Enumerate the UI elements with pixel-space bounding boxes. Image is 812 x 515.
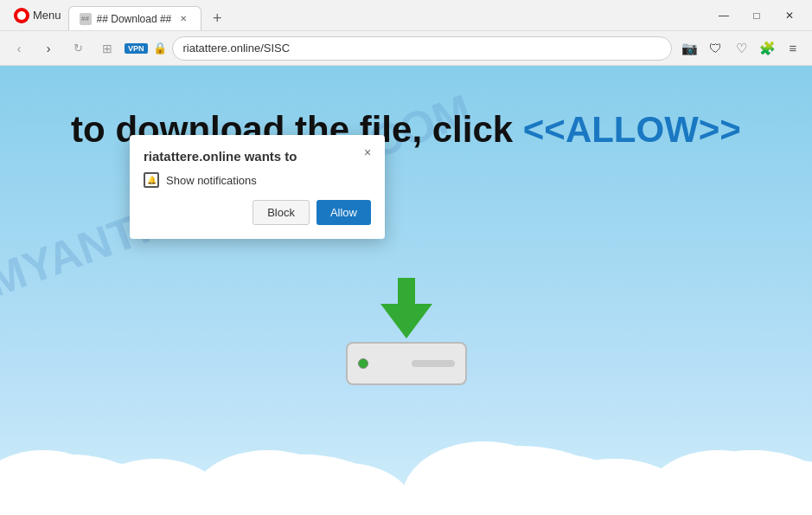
opera-menu-button[interactable]: Menu [7, 4, 68, 27]
popup-notification-row: 🔔 Show notifications [144, 172, 371, 188]
drive-slot [412, 360, 455, 367]
grid-button[interactable]: ⊞ [95, 36, 119, 61]
url-text: riatattere.online/SISC [183, 42, 291, 55]
main-text-highlight: <<ALLOW>> [523, 109, 741, 150]
drive-led [358, 358, 368, 369]
close-button[interactable]: ✕ [774, 0, 805, 31]
forward-button[interactable]: › [36, 36, 61, 61]
arrow-stem [398, 278, 415, 304]
popup-actions: Block Allow [144, 200, 371, 225]
toolbar-icons: 📷 🛡 ♡ 🧩 ≡ [677, 36, 805, 61]
shield-x-icon[interactable]: 🛡 [703, 36, 727, 61]
maximize-button[interactable]: □ [741, 0, 772, 31]
camera-icon[interactable]: 📷 [677, 36, 701, 61]
active-tab[interactable]: ## ## Download ## ✕ [68, 6, 202, 30]
popup-title: riatattere.online wants to [144, 149, 350, 164]
url-field[interactable]: riatattere.online/SISC [172, 36, 672, 61]
address-bar: ‹ › ↻ ⊞ VPN 🔒 riatattere.online/SISC 📷 🛡… [0, 31, 812, 66]
heart-icon[interactable]: ♡ [729, 36, 753, 61]
clouds-decoration [0, 377, 812, 515]
menu-icon[interactable]: ≡ [781, 36, 805, 61]
vpn-badge[interactable]: VPN [125, 43, 148, 54]
block-button[interactable]: Block [253, 200, 310, 225]
menu-label: Menu [33, 9, 61, 22]
title-bar: Menu ## ## Download ## ✕ + — □ ✕ [0, 0, 812, 31]
extensions-icon[interactable]: 🧩 [755, 36, 779, 61]
back-button[interactable]: ‹ [7, 36, 31, 61]
tab-close-button[interactable]: ✕ [176, 12, 190, 26]
popup-close-button[interactable]: × [357, 142, 378, 163]
page-content: MYANTISPYWARE.COM to download the file, … [0, 66, 812, 515]
tabs-area: ## ## Download ## ✕ + [68, 0, 708, 30]
notification-text: Show notifications [166, 174, 257, 187]
tab-title: ## Download ## [97, 13, 172, 25]
opera-logo-icon [14, 8, 29, 23]
arrow-down-icon [380, 304, 432, 338]
notification-bell-icon: 🔔 [144, 172, 159, 188]
tab-icon: ## [80, 13, 92, 25]
main-text: to download the file, click <<ALLOW>> [0, 109, 812, 151]
svg-rect-14 [0, 489, 812, 515]
window-controls: — □ ✕ [708, 0, 805, 31]
download-illustration [346, 278, 467, 385]
minimize-button[interactable]: — [708, 0, 739, 31]
refresh-button[interactable]: ↻ [66, 36, 90, 61]
notification-popup: × riatattere.online wants to 🔔 Show noti… [130, 135, 385, 239]
new-tab-button[interactable]: + [205, 6, 229, 30]
lock-icon: 🔒 [153, 42, 167, 55]
allow-button[interactable]: Allow [316, 200, 371, 225]
browser-chrome: Menu ## ## Download ## ✕ + — □ ✕ ‹ › ↻ ⊞… [0, 0, 812, 66]
